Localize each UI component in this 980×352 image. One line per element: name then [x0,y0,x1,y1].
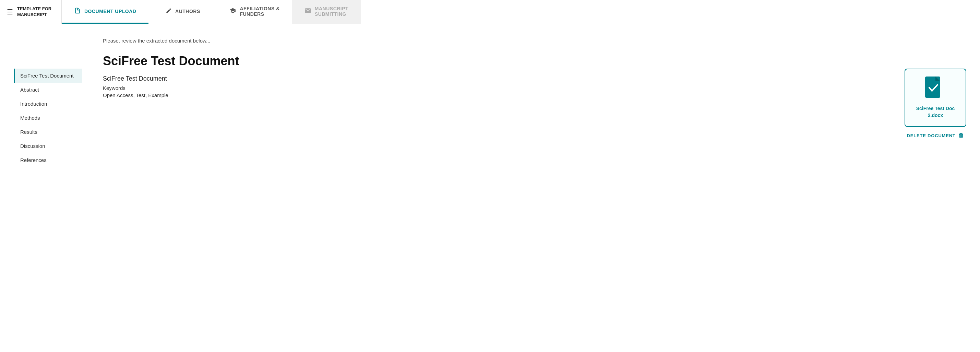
document-area: Please, review the extracted document be… [96,34,891,342]
document-subtitle: SciFree Test Document [103,75,884,82]
sidebar-item-label: Discussion [20,143,45,149]
sidebar-item-discussion[interactable]: Discussion [14,139,82,153]
keywords-label: Keywords [103,85,884,91]
top-nav: ☰ TEMPLATE FORMANUSCRIPT DOCUMENT UPLOAD… [0,0,980,24]
file-area: SciFree Test Doc2.docx DELETE DOCUMENT 🗑 [905,34,966,342]
sidebar-item-label: SciFree Test Document [20,73,74,78]
nav-tabs: DOCUMENT UPLOAD AUTHORS AFFILIATIONS &FU… [62,0,980,24]
menu-icon: ☰ [7,8,13,16]
file-icon [925,76,946,100]
tab-affiliations-label: AFFILIATIONS &FUNDERS [240,6,280,17]
sidebar-item-label: Results [20,129,37,135]
document-title: SciFree Test Document [103,54,884,68]
tab-affiliations-funders[interactable]: AFFILIATIONS &FUNDERS [217,0,292,24]
authors-icon [165,8,172,16]
sidebar-item-label: Introduction [20,101,47,107]
sidebar-item-abstract[interactable]: Abstract [14,83,82,97]
trash-icon: 🗑 [958,132,964,139]
tab-manuscript-submitting: MANUSCRIPTSUBMITTING [292,0,361,24]
tab-manuscript-submitting-label: MANUSCRIPTSUBMITTING [315,6,348,17]
tab-document-upload-label: DOCUMENT UPLOAD [84,9,136,14]
delete-document-label: DELETE DOCUMENT [907,133,956,138]
sidebar: SciFree Test Document Abstract Introduct… [14,34,82,342]
sidebar-item-results[interactable]: Results [14,125,82,139]
tab-document-upload[interactable]: DOCUMENT UPLOAD [62,0,148,24]
delete-document-button[interactable]: DELETE DOCUMENT 🗑 [907,132,964,139]
sidebar-item-references[interactable]: References [14,153,82,167]
keywords-value: Open Access, Test, Example [103,92,884,98]
sidebar-item-label: Abstract [20,87,39,92]
sidebar-item-label: References [20,157,47,163]
tab-authors-label: AUTHORS [175,9,200,14]
review-instruction: Please, review the extracted document be… [103,38,884,43]
sidebar-item-methods[interactable]: Methods [14,111,82,125]
document-upload-icon [74,7,81,16]
sidebar-item-label: Methods [20,115,40,121]
sidebar-item-introduction[interactable]: Introduction [14,97,82,111]
affiliations-icon [229,7,236,16]
sidebar-item-scifree-test-document[interactable]: SciFree Test Document [14,68,82,83]
file-card: SciFree Test Doc2.docx [905,68,966,127]
brand-title: TEMPLATE FORMANUSCRIPT [17,6,51,18]
file-name: SciFree Test Doc2.docx [916,105,955,119]
brand-logo: ☰ TEMPLATE FORMANUSCRIPT [0,0,62,24]
main-content: SciFree Test Document Abstract Introduct… [0,24,980,352]
tab-authors[interactable]: AUTHORS [148,0,217,24]
manuscript-submitting-icon [304,7,311,16]
